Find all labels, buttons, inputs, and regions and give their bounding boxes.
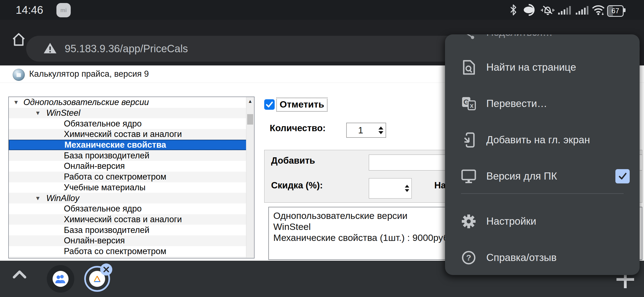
- tree-item[interactable]: ▼WinSteel: [9, 108, 254, 119]
- cell-signal-icon: [558, 4, 572, 16]
- stepper-down-icon[interactable]: [405, 189, 409, 192]
- tree-item[interactable]: Онлайн-версия: [9, 161, 254, 172]
- discount-label: Скидка (%):: [271, 180, 323, 191]
- menu-item[interactable]: GxПеревести…: [445, 87, 640, 120]
- stepper-up-icon[interactable]: [378, 127, 383, 130]
- wifi-icon: [591, 4, 606, 16]
- svg-text:?: ?: [466, 253, 471, 262]
- browser-menu: Поделиться…Найти на страницеGxПеревести……: [445, 34, 640, 275]
- mark-label: Отметить: [280, 99, 324, 109]
- cell-signal-icon: [575, 4, 590, 16]
- battery-icon: 67: [607, 5, 624, 17]
- svg-text:x: x: [470, 102, 474, 109]
- menu-item[interactable]: Найти на странице: [445, 51, 640, 84]
- stepper-down-icon[interactable]: [378, 131, 383, 134]
- add-label: Добавить: [271, 155, 315, 166]
- tree-item[interactable]: Химический состав и аналоги: [9, 129, 254, 140]
- screen: Калькулятор прайса, версия 9 ▼Однопользо…: [0, 0, 644, 297]
- menu-item[interactable]: Поделиться…: [445, 34, 640, 49]
- discount-arrows[interactable]: [405, 178, 409, 198]
- quantity-value: 1: [347, 123, 375, 137]
- translate-icon: Gx: [461, 96, 476, 111]
- tree-item-label: Онлайн-версия: [64, 236, 125, 246]
- tree-item[interactable]: ▼WinAlloy: [9, 193, 254, 204]
- clipped-label: На: [434, 180, 446, 191]
- page-title: Калькулятор прайса, версия 9: [29, 65, 149, 82]
- collapse-arrow-icon[interactable]: ▼: [13, 99, 19, 106]
- tree-item-label: WinSteel: [46, 108, 80, 118]
- collapse-arrow-icon[interactable]: ▼: [35, 195, 41, 202]
- desktop-icon: [461, 169, 476, 184]
- tree-item[interactable]: Обязательное ядро: [9, 118, 254, 129]
- add-to-home-icon: [461, 132, 476, 148]
- menu-item-label: Справка/отзыв: [486, 252, 556, 263]
- mark-checkbox[interactable]: [264, 99, 275, 110]
- tree-item-label: Химический состав и аналоги: [64, 129, 182, 139]
- tree-item-label: Обязательное ядро: [64, 204, 142, 214]
- collapse-arrow-icon[interactable]: ▼: [35, 110, 41, 116]
- stepper-up-icon[interactable]: [405, 185, 409, 188]
- product-tree[interactable]: ▼Однопользовательские версии▼WinSteelОбя…: [8, 97, 255, 258]
- mi-recorder-icon: mi: [56, 3, 71, 17]
- tree-item-label: Онлайн-версия: [64, 161, 125, 171]
- tree-item[interactable]: ▶Сетевые версии: [9, 257, 254, 258]
- chevron-up-icon[interactable]: [12, 270, 27, 280]
- site-favicon-icon: [13, 69, 25, 81]
- tree-item-label: Химический состав и аналоги: [64, 215, 182, 224]
- settings-icon: [461, 214, 476, 229]
- close-icon[interactable]: [100, 263, 112, 276]
- data-saver-icon: [521, 4, 538, 16]
- scroll-up-icon[interactable]: ▲: [246, 99, 254, 104]
- tree-item[interactable]: Учебные материалы: [9, 182, 254, 193]
- battery-percent: 67: [608, 6, 623, 15]
- desktop-site-checkbox[interactable]: [615, 169, 630, 183]
- menu-item-label: Перевести…: [486, 98, 547, 109]
- tree-item-label: Обязательное ядро: [64, 119, 142, 129]
- tree-item-label: База производителей: [64, 225, 149, 235]
- find-in-page-icon: [461, 60, 476, 75]
- tab-group-button[interactable]: [47, 265, 74, 293]
- tree-item[interactable]: База производителей: [9, 225, 254, 235]
- tree-item[interactable]: Работа со спектрометром: [9, 172, 254, 182]
- discount-stepper[interactable]: [369, 178, 412, 199]
- bluetooth-icon: [509, 4, 517, 16]
- tree-item[interactable]: Работа со спектрометром: [9, 246, 254, 257]
- tree-item-label: Механические свойства: [64, 140, 166, 150]
- menu-item-label: Настройки: [486, 216, 536, 227]
- menu-item[interactable]: ?Справка/отзыв: [445, 241, 640, 274]
- share-icon: [461, 34, 476, 40]
- not-secure-warning-icon[interactable]: [43, 42, 57, 56]
- menu-item[interactable]: Версия для ПК: [445, 160, 640, 193]
- tree-item-selected[interactable]: Механические свойства: [9, 140, 254, 150]
- tree-item[interactable]: ▼Однопользовательские версии: [9, 97, 254, 108]
- tree-item[interactable]: Химический состав и аналоги: [9, 214, 254, 225]
- quantity-label: Количество:: [270, 123, 326, 133]
- quantity-arrows[interactable]: [378, 123, 383, 137]
- tree-item-label: База производителей: [64, 151, 149, 161]
- tree-item-label: Работа со спектрометром: [64, 172, 166, 182]
- tree-item-label: Однопользовательские версии: [23, 97, 149, 107]
- mute-vibrate-icon: [540, 4, 555, 16]
- tree-item[interactable]: Обязательное ядро: [9, 204, 254, 214]
- help-icon: ?: [461, 250, 476, 265]
- menu-item-label: Версия для ПК: [486, 170, 557, 182]
- menu-item-label: Добавить на гл. экран: [486, 134, 590, 146]
- tree-item-label: Сетевые версии: [23, 257, 91, 258]
- people-icon: [53, 271, 69, 287]
- tree-item-label: WinAlloy: [46, 193, 79, 203]
- url-text[interactable]: 95.183.9.36/app/PriceCals: [65, 43, 188, 55]
- status-bar: 14:46 mi 67: [0, 0, 644, 20]
- tree-item-label: Работа со спектрометром: [64, 246, 166, 256]
- tree-item[interactable]: База производителей: [9, 150, 254, 161]
- tree-item[interactable]: Онлайн-версия: [9, 235, 254, 246]
- tree-scrollbar[interactable]: ▲: [246, 97, 254, 258]
- quantity-stepper[interactable]: 1: [346, 123, 386, 138]
- tree-item-label: Учебные материалы: [64, 183, 146, 193]
- menu-item-label: Поделиться…: [486, 34, 553, 38]
- menu-item[interactable]: Добавить на гл. экран: [445, 123, 640, 156]
- home-button[interactable]: [11, 32, 26, 48]
- menu-item[interactable]: Настройки: [445, 205, 640, 238]
- menu-item-label: Найти на странице: [486, 62, 576, 73]
- scrollbar-thumb[interactable]: [247, 114, 253, 125]
- menu-divider: [461, 193, 624, 194]
